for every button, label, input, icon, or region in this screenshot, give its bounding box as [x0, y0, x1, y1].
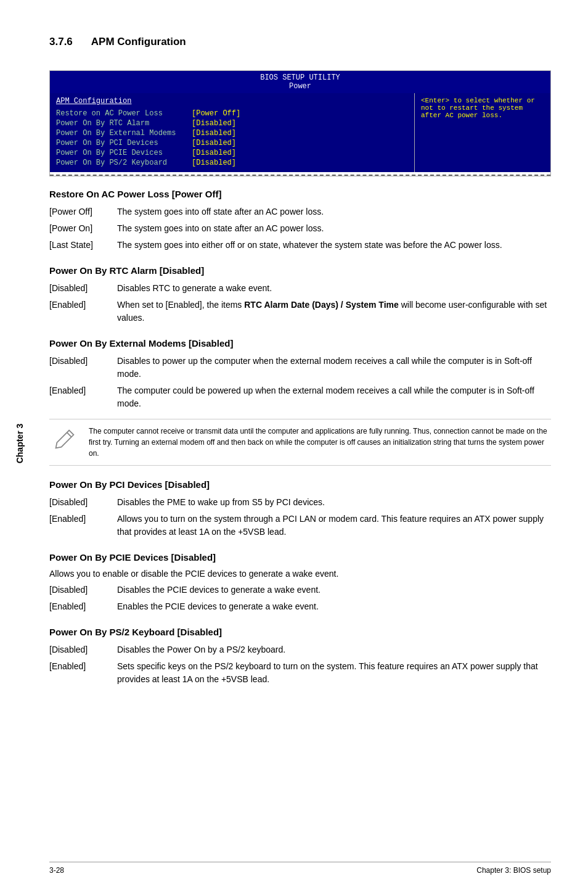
def-list-pcie-devices: [Disabled] Disables the PCIE devices to …: [49, 584, 551, 613]
bios-item: Power On By External Modems [Disabled]: [56, 129, 408, 138]
def-item: [Disabled] Disables RTC to generate a wa…: [49, 282, 551, 295]
subsection-title-rtc-alarm: Power On By RTC Alarm [Disabled]: [49, 265, 551, 276]
def-item: [Disabled] Disables to power up the comp…: [49, 355, 551, 381]
pencil-icon: [54, 428, 76, 450]
section-pcie-devices: Power On By PCIE Devices [Disabled] Allo…: [49, 552, 551, 613]
bios-header: BIOS SETUP UTILITY Power: [50, 71, 550, 93]
def-item: [Disabled] Disables the PME to wake up f…: [49, 496, 551, 509]
subsection-title-pci-devices: Power On By PCI Devices [Disabled]: [49, 479, 551, 490]
bios-item: Power On By PCI Devices [Disabled]: [56, 139, 408, 147]
def-item: [Enabled] The computer could be powered …: [49, 384, 551, 410]
def-item: [Enabled] Enables the PCIE devices to ge…: [49, 600, 551, 613]
bios-setup-box: BIOS SETUP UTILITY Power APM Configurati…: [49, 70, 551, 176]
bios-item: Power On By PS/2 Keyboard [Disabled]: [56, 159, 408, 167]
bios-section-label: APM Configuration: [56, 97, 408, 105]
subsection-title-pcie-devices: Power On By PCIE Devices [Disabled]: [49, 552, 551, 563]
bios-help-panel: <Enter> to select whether or not to rest…: [415, 93, 550, 172]
bios-items-list: Restore on AC Power Loss [Power Off] Pow…: [56, 109, 408, 167]
subsection-title-ps2-keyboard: Power On By PS/2 Keyboard [Disabled]: [49, 627, 551, 637]
def-item: [Power Off] The system goes into off sta…: [49, 205, 551, 218]
subsection-title-external-modems: Power On By External Modems [Disabled]: [49, 338, 551, 349]
def-item: [Enabled] Sets specific keys on the PS/2…: [49, 660, 551, 686]
section-number: 3.7.6: [49, 36, 73, 48]
page-number: 3-28: [49, 866, 64, 875]
bios-item: Power On By RTC Alarm [Disabled]: [56, 119, 408, 128]
def-item: [Enabled] When set to [Enabled], the ite…: [49, 299, 551, 324]
chapter-sidebar: Chapter 3: [15, 406, 25, 481]
def-list-rtc-alarm: [Disabled] Disables RTC to generate a wa…: [49, 282, 551, 324]
note-icon: [49, 426, 80, 459]
bios-divider: [50, 175, 550, 176]
bios-item: Power On By PCIE Devices [Disabled]: [56, 149, 408, 157]
pcie-intro: Allows you to enable or disable the PCIE…: [49, 569, 551, 579]
def-item: [Disabled] Disables the Power On by a PS…: [49, 643, 551, 656]
bios-left-panel: APM Configuration Restore on AC Power Lo…: [50, 93, 415, 172]
section-restore-ac: Restore On AC Power Loss [Power Off] [Po…: [49, 189, 551, 252]
footer-chapter-label: Chapter 3: BIOS setup: [476, 866, 551, 875]
def-list-ps2-keyboard: [Disabled] Disables the Power On by a PS…: [49, 643, 551, 686]
def-list-restore-ac: [Power Off] The system goes into off sta…: [49, 205, 551, 252]
section-pci-devices: Power On By PCI Devices [Disabled] [Disa…: [49, 479, 551, 538]
def-item: [Enabled] Allows you to turn on the syst…: [49, 513, 551, 538]
def-item: [Disabled] Disables the PCIE devices to …: [49, 584, 551, 596]
section-external-modems: Power On By External Modems [Disabled] […: [49, 338, 551, 466]
bios-item: Restore on AC Power Loss [Power Off]: [56, 109, 408, 118]
section-rtc-alarm: Power On By RTC Alarm [Disabled] [Disabl…: [49, 265, 551, 324]
section-title: APM Configuration: [91, 36, 186, 48]
def-list-external-modems: [Disabled] Disables to power up the comp…: [49, 355, 551, 410]
def-item: [Power On] The system goes into on state…: [49, 222, 551, 235]
def-item: [Last State] The system goes into either…: [49, 239, 551, 252]
note-text: The computer cannot receive or transmit …: [89, 426, 551, 459]
subsection-title-restore-ac: Restore On AC Power Loss [Power Off]: [49, 189, 551, 199]
note-box: The computer cannot receive or transmit …: [49, 419, 551, 466]
footer: 3-28 Chapter 3: BIOS setup: [49, 862, 551, 875]
def-list-pci-devices: [Disabled] Disables the PME to wake up f…: [49, 496, 551, 538]
section-ps2-keyboard: Power On By PS/2 Keyboard [Disabled] [Di…: [49, 627, 551, 686]
